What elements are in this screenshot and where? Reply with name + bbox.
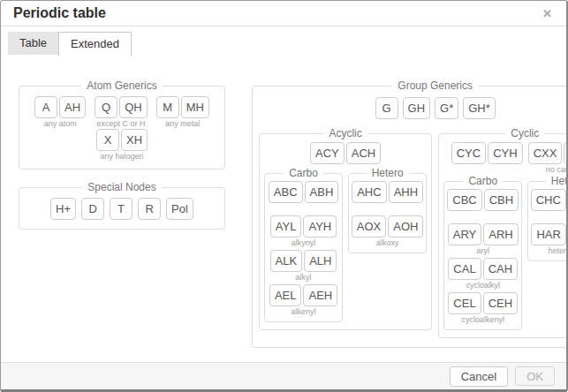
acyclic-hetero-legend: Hetero bbox=[367, 167, 409, 179]
any-atom-group: A AH any atom bbox=[34, 96, 86, 129]
acyclic-cyclic-row: Acyclic ACY ACH Carbo A bbox=[259, 127, 568, 338]
group-g-button[interactable]: G bbox=[375, 97, 398, 119]
except-c-or-h-group: Q QH except C or H bbox=[95, 96, 148, 129]
alkynyl-caption: alkynyl bbox=[292, 238, 316, 248]
atom-generics-row-2: X XH any halogen bbox=[27, 129, 217, 162]
atom-x-button[interactable]: X bbox=[96, 129, 119, 151]
cyclic-carbo-legend: Carbo bbox=[463, 175, 503, 187]
any-metal-caption: any metal bbox=[165, 119, 200, 129]
dialog-title: Periodic table bbox=[13, 5, 106, 21]
group-cxx-button[interactable]: CXX bbox=[528, 142, 563, 164]
alkoxy-caption: alkoxy bbox=[376, 238, 399, 248]
group-cah-button[interactable]: CAH bbox=[483, 258, 518, 280]
tab-extended[interactable]: Extended bbox=[58, 32, 132, 57]
left-column: Atom Generics A AH any atom Q QH bbox=[19, 79, 225, 230]
group-cyc-button[interactable]: CYC bbox=[451, 142, 486, 164]
special-nodes-row: H+ D T R Pol bbox=[27, 198, 217, 220]
group-alh-button[interactable]: ALH bbox=[304, 250, 337, 272]
acyclic-top-pair: ACY ACH bbox=[264, 142, 427, 164]
acyclic-sub-row: Carbo ABC ABH bbox=[264, 167, 427, 322]
cyclic-carbo-section: Carbo CBC CBH bbox=[443, 175, 522, 330]
acyclic-legend: Acyclic bbox=[323, 127, 367, 139]
group-ahc-button[interactable]: AHC bbox=[352, 181, 386, 203]
special-t-button[interactable]: T bbox=[110, 198, 133, 220]
dialog-header: Periodic table ✕ bbox=[1, 1, 566, 26]
group-gh-button[interactable]: GH bbox=[403, 97, 431, 119]
cancel-button[interactable]: Cancel bbox=[450, 366, 508, 387]
no-carbon-caption: no carbon bbox=[546, 165, 568, 175]
cyclic-legend: Cyclic bbox=[505, 127, 544, 139]
special-h-plus-button[interactable]: H+ bbox=[50, 198, 76, 220]
group-ayh-button[interactable]: AYH bbox=[303, 215, 337, 237]
cycloalkyl-caption: cycloalkyl bbox=[466, 281, 500, 290]
group-ael-button[interactable]: AEL bbox=[269, 284, 302, 306]
group-abh-button[interactable]: ABH bbox=[305, 181, 339, 203]
aryl-caption: aryl bbox=[476, 246, 489, 256]
any-metal-group: M MH any metal bbox=[156, 96, 209, 129]
group-arh-button[interactable]: ARH bbox=[483, 223, 518, 245]
group-ach-button[interactable]: ACH bbox=[346, 142, 381, 164]
cyclic-sub-row: Carbo CBC CBH bbox=[443, 175, 568, 330]
group-har-button[interactable]: HAR bbox=[531, 223, 565, 245]
cyclic-section: Cyclic CYC CYH CXX bbox=[438, 127, 568, 338]
right-column: Group Generics G GH G* GH* Acyclic ACY A… bbox=[252, 79, 568, 348]
atom-generics-legend: Atom Generics bbox=[81, 79, 162, 92]
except-c-or-h-caption: except C or H bbox=[96, 119, 145, 129]
cycloalkenyl-caption: cycloalkenyl bbox=[461, 315, 504, 325]
atom-mh-button[interactable]: MH bbox=[181, 96, 209, 118]
group-cbh-button[interactable]: CBH bbox=[484, 189, 519, 211]
alkenyl-caption: alkenyl bbox=[292, 307, 316, 317]
group-cel-button[interactable]: CEL bbox=[448, 292, 481, 314]
group-g-star-button[interactable]: G* bbox=[435, 97, 458, 119]
atom-a-button[interactable]: A bbox=[34, 96, 57, 118]
group-generics-legend: Group Generics bbox=[392, 79, 478, 92]
ok-button[interactable]: OK bbox=[515, 366, 555, 386]
dialog-body: Atom Generics A AH any atom Q QH bbox=[1, 57, 566, 362]
group-chc-button[interactable]: CHC bbox=[531, 189, 566, 211]
atom-m-button[interactable]: M bbox=[156, 96, 179, 118]
cyclic-hetero-section: Hetero CHC CHH bbox=[527, 175, 568, 261]
cyclic-top-row: CYC CYH CXX CXH no carbon bbox=[443, 142, 568, 175]
atom-q-button[interactable]: Q bbox=[95, 96, 117, 118]
group-aeh-button[interactable]: AEH bbox=[303, 284, 337, 306]
cyclic-hetero-legend: Hetero bbox=[546, 175, 568, 187]
group-abc-button[interactable]: ABC bbox=[269, 181, 303, 203]
acyclic-hetero-section: Hetero AHC AHH bbox=[348, 167, 427, 253]
group-cal-button[interactable]: CAL bbox=[448, 258, 481, 280]
tab-table[interactable]: Table bbox=[8, 32, 58, 55]
group-ary-button[interactable]: ARY bbox=[448, 223, 482, 245]
any-halogen-group: X XH any halogen bbox=[96, 129, 148, 162]
any-halogen-caption: any halogen bbox=[100, 152, 143, 162]
group-acy-button[interactable]: ACY bbox=[310, 142, 345, 164]
atom-xh-button[interactable]: XH bbox=[121, 129, 148, 151]
special-nodes-legend: Special Nodes bbox=[82, 181, 161, 193]
alkyl-caption: alkyl bbox=[296, 273, 312, 283]
acyclic-carbo-section: Carbo ABC ABH bbox=[264, 167, 343, 322]
acyclic-carbo-legend: Carbo bbox=[284, 167, 323, 179]
special-d-button[interactable]: D bbox=[81, 198, 104, 220]
tab-bar: Table Extended bbox=[1, 26, 566, 57]
group-aoh-button[interactable]: AOH bbox=[388, 215, 423, 237]
group-generics-row: G GH G* GH* bbox=[259, 97, 568, 119]
group-ahh-button[interactable]: AHH bbox=[389, 181, 423, 203]
group-cyh-button[interactable]: CYH bbox=[488, 142, 522, 164]
atom-generics-section: Atom Generics A AH any atom Q QH bbox=[19, 79, 225, 170]
atom-qh-button[interactable]: QH bbox=[119, 96, 148, 118]
atom-generics-row-1: A AH any atom Q QH except C or H bbox=[27, 96, 217, 129]
atom-ah-button[interactable]: AH bbox=[59, 96, 86, 118]
special-pol-button[interactable]: Pol bbox=[166, 198, 193, 220]
group-gh-star-button[interactable]: GH* bbox=[463, 97, 496, 119]
group-aox-button[interactable]: AOX bbox=[352, 215, 386, 237]
any-atom-caption: any atom bbox=[44, 119, 77, 129]
group-generics-section: Group Generics G GH G* GH* Acyclic ACY A… bbox=[252, 79, 568, 348]
acyclic-section: Acyclic ACY ACH Carbo A bbox=[259, 127, 432, 330]
dialog-footer: Cancel OK bbox=[1, 362, 566, 389]
group-alk-button[interactable]: ALK bbox=[270, 250, 303, 272]
group-ayl-button[interactable]: AYL bbox=[270, 215, 302, 237]
group-ceh-button[interactable]: CEH bbox=[483, 292, 518, 314]
group-cbc-button[interactable]: CBC bbox=[447, 189, 481, 211]
special-r-button[interactable]: R bbox=[138, 198, 161, 220]
group-cxh-button[interactable]: CXH bbox=[564, 142, 568, 164]
hetero-aryl-caption: hetero aryl bbox=[549, 246, 568, 256]
close-icon[interactable]: ✕ bbox=[539, 6, 556, 21]
